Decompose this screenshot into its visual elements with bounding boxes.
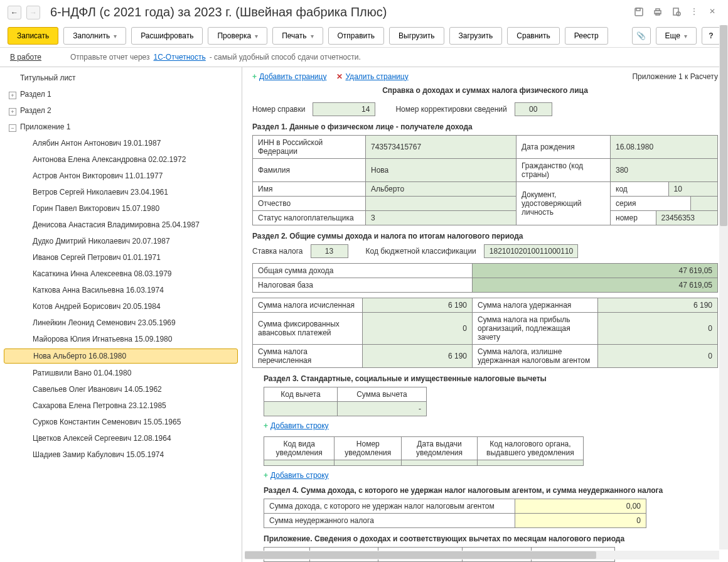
add-row-button-2[interactable]: +Добавить строку (264, 471, 718, 480)
tree-person[interactable]: Нова Альберто 16.08.1980 (4, 349, 238, 364)
status-text2: - самый удобный способ сдачи отчетности. (210, 53, 361, 62)
save-button[interactable]: Записать (8, 27, 58, 45)
registry-button[interactable]: Реестр (565, 27, 608, 45)
corr-num-label: Номер корректировки сведений (395, 105, 506, 114)
deduction-table: Код вычетаСумма вычета - (264, 387, 427, 416)
send-button[interactable]: Отправить (328, 27, 385, 45)
tree-person[interactable]: Астров Антон Викторович 11.01.1977 (0, 168, 242, 184)
paperclip-icon: 📎 (636, 31, 646, 40)
content-area: +Добавить страницу ✕Удалить страницу При… (242, 67, 728, 562)
rate-field[interactable]: 13 (311, 244, 348, 258)
plus-icon: + (264, 421, 268, 430)
status-label[interactable]: В работе (10, 53, 41, 62)
tree-person[interactable]: Дудко Дмитрий Николаевич 20.07.1987 (0, 233, 242, 249)
cert-num-label: Номер справки (252, 105, 305, 114)
delete-page-button[interactable]: ✕Удалить страницу (336, 72, 408, 81)
tree-app1[interactable]: Приложение 1 (0, 119, 242, 135)
compare-button[interactable]: Сравнить (507, 27, 559, 45)
tree-person[interactable]: Сурков Константин Семенович 15.05.1965 (0, 414, 242, 430)
kbk-field[interactable]: 18210102010011000110 (484, 244, 578, 258)
page-number: Приложение 1 к Расчету (632, 72, 718, 81)
nav-back-button[interactable]: ← (8, 6, 21, 19)
section4-header: Раздел 4. Сумма дохода, с которого не уд… (264, 486, 718, 495)
corr-num-field[interactable]: 00 (515, 102, 552, 116)
tree-person[interactable]: Иванов Сергей Петрович 01.01.1971 (0, 249, 242, 266)
x-icon: ✕ (336, 72, 343, 81)
horizontal-scrollbar[interactable] (245, 551, 719, 559)
more-icon[interactable]: ⋮ (690, 7, 702, 18)
notice-table: Код вида уведомленияНомер уведомленияДат… (264, 436, 584, 466)
decrypt-button[interactable]: Расшифровать (131, 27, 203, 45)
plus-icon: + (252, 72, 257, 81)
tree-person[interactable]: Шадиев Замир Кабулович 15.05.1974 (0, 446, 242, 463)
nav-forward-button[interactable]: → (26, 6, 40, 19)
arrow-right-icon: → (29, 8, 37, 17)
tree-section1[interactable]: Раздел 1 (0, 86, 242, 102)
window-title: 6-НДФЛ (с 2021 года) за 2023 г. (Швейная… (50, 5, 629, 19)
arrow-left-icon: ← (11, 8, 18, 17)
more-button[interactable]: Еще (656, 27, 697, 45)
tree-person[interactable]: Ветров Сергей Николаевич 23.04.1961 (0, 184, 242, 200)
tree-title-page[interactable]: Титульный лист (0, 70, 242, 86)
tree-person[interactable]: Ратишвили Вано 01.04.1980 (0, 365, 242, 381)
attach-button[interactable]: 📎 (632, 27, 651, 45)
tree-person[interactable]: Савельев Олег Иванович 14.05.1962 (0, 381, 242, 397)
form-subtitle: Справка о доходах и суммах налога физиче… (252, 86, 718, 95)
person-table: ИНН в Российской Федерации743573415767Да… (252, 135, 718, 225)
help-button[interactable]: ? (702, 27, 720, 45)
tree-person[interactable]: Алябин Антон Антонович 19.01.1987 (0, 135, 242, 151)
svg-rect-3 (656, 9, 660, 11)
preview-icon[interactable] (672, 7, 683, 18)
section2-header: Раздел 2. Общие суммы дохода и налога по… (252, 232, 718, 240)
check-button[interactable]: Проверка (208, 27, 267, 45)
cert-num-field[interactable]: 14 (313, 102, 375, 116)
svg-rect-1 (636, 8, 640, 11)
add-row-button-1[interactable]: +Добавить строку (264, 421, 718, 430)
tree-person[interactable]: Каткова Анна Васильевна 16.03.1974 (0, 282, 242, 298)
appendix-header: Приложение. Сведения о доходах и соответ… (264, 534, 718, 543)
tree-person[interactable]: Майорова Юлия Игнатьевна 15.09.1980 (0, 331, 242, 347)
plus-icon: + (264, 471, 268, 480)
tree-person[interactable]: Линейкин Леонид Семенович 23.05.1969 (0, 315, 242, 331)
section1-header: Раздел 1. Данные о физическом лице - пол… (252, 122, 718, 131)
fill-button[interactable]: Заполнить (63, 27, 126, 45)
tree-person[interactable]: Касаткина Инна Алексеевна 08.03.1979 (0, 266, 242, 282)
tree-person[interactable]: Цветков Алексей Сергеевич 12.08.1964 (0, 430, 242, 446)
save-icon[interactable] (634, 7, 645, 18)
tree-section2[interactable]: Раздел 2 (0, 102, 242, 119)
tree-person[interactable]: Антонова Елена Александровна 02.02.1972 (0, 151, 242, 168)
tree-view[interactable]: Титульный лист Раздел 1 Раздел 2 Приложе… (0, 67, 242, 562)
tax-table2: Сумма налога исчисленная6 190Сумма налог… (252, 298, 718, 368)
tree-person[interactable]: Котов Андрей Борисович 20.05.1984 (0, 298, 242, 315)
add-page-button[interactable]: +Добавить страницу (252, 72, 326, 81)
tree-person[interactable]: Денисова Анастасия Владимировна 25.04.19… (0, 217, 242, 233)
section3-header: Раздел 3. Стандартные, социальные и имущ… (264, 374, 718, 383)
unwithheld-table: Сумма дохода, с которого не удержан нало… (264, 499, 646, 528)
tree-person[interactable]: Горин Павел Викторович 15.07.1980 (0, 200, 242, 217)
export-button[interactable]: Выгрузить (389, 27, 444, 45)
tree-person[interactable]: Сахарова Елена Петровна 23.12.1985 (0, 397, 242, 414)
status-text1: Отправьте отчет через (70, 53, 150, 62)
status-link[interactable]: 1С-Отчетность (154, 53, 206, 62)
print-icon[interactable] (653, 7, 664, 18)
vertical-scrollbar[interactable] (719, 25, 728, 549)
close-icon[interactable]: ✕ (709, 7, 720, 18)
tax-table: Общая сумма дохода47 619,05 Налоговая ба… (252, 263, 718, 293)
import-button[interactable]: Загрузить (449, 27, 503, 45)
print-button[interactable]: Печать (272, 27, 323, 45)
